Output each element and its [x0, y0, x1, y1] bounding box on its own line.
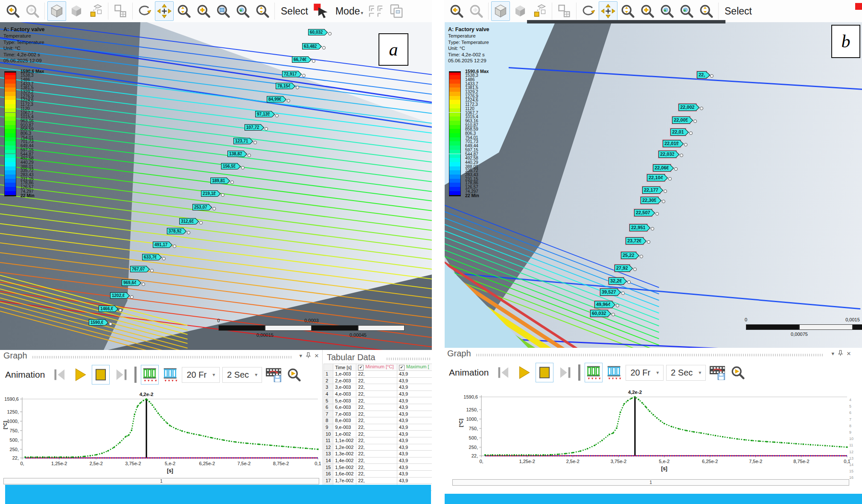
probe-label[interactable]: 27,92	[614, 265, 630, 272]
probe-label[interactable]: 60,032	[590, 310, 608, 317]
collapse-icon[interactable]: ▾	[300, 353, 303, 359]
play-animation-icon[interactable]	[515, 363, 533, 382]
probe-label[interactable]: 72,917	[282, 71, 299, 77]
probe-label[interactable]: 219,18	[201, 190, 218, 197]
isometric-view-icon[interactable]	[491, 1, 510, 21]
temperature-time-chart[interactable]: 22,250,500,750,1000,1250,1590,60,1,25e-2…	[444, 388, 854, 474]
zoom-previous-icon[interactable]	[447, 1, 466, 21]
viewport-layout-icon[interactable]	[111, 1, 130, 21]
table-row[interactable]: 22,e-00322,43,9	[324, 377, 432, 384]
rotate-view-icon[interactable]	[579, 1, 598, 21]
duration-dropdown[interactable]: 2 Sec▾	[666, 365, 706, 381]
table-header[interactable]: ✔Minimum [°C]	[356, 364, 397, 371]
probe-label[interactable]: 22,01	[670, 128, 686, 136]
rotate-view-icon[interactable]	[135, 1, 154, 21]
probe-label[interactable]: 22,	[697, 71, 707, 79]
probe-label[interactable]: 22,066	[653, 164, 671, 172]
export-video-icon[interactable]	[708, 363, 726, 382]
probe-label[interactable]: 22,177	[642, 186, 660, 194]
close-icon[interactable]: ×	[847, 350, 851, 358]
pan-view-icon[interactable]	[155, 1, 174, 21]
copy-view-icon[interactable]	[387, 1, 406, 21]
probe-label[interactable]: 22,002	[679, 104, 696, 111]
zoom-to-time-icon[interactable]	[729, 363, 747, 382]
shaded-view-icon[interactable]	[511, 1, 530, 21]
table-row[interactable]: 77,e-00322,43,9	[324, 411, 432, 417]
table-row[interactable]: 131,3e-00222,43,9	[324, 451, 432, 457]
zoom-extents-icon[interactable]	[175, 1, 193, 21]
mode-label[interactable]: Mode▾	[332, 6, 367, 17]
select-label[interactable]: Select	[721, 6, 755, 17]
jump-to-end-icon[interactable]	[556, 363, 574, 382]
collapse-icon[interactable]: ▾	[832, 350, 835, 357]
probe-label[interactable]: 60,032	[308, 29, 325, 35]
table-row[interactable]: 55,e-00322,43,9	[324, 397, 432, 404]
export-video-icon[interactable]	[265, 365, 282, 385]
table-row[interactable]: 121,2e-00222,43,9	[324, 444, 432, 451]
duration-dropdown[interactable]: 2 Sec▾	[222, 367, 262, 383]
animation-time-slider[interactable]: 1	[3, 478, 319, 484]
temperature-time-chart[interactable]: 22,250,500,750,1000,1250,1590,60,1,25e-2…	[0, 390, 322, 476]
probe-label[interactable]: 378,92	[167, 228, 183, 234]
jump-to-end-icon[interactable]	[112, 365, 130, 385]
select-label[interactable]: Select	[277, 6, 312, 17]
probe-label[interactable]: 253,07	[192, 204, 209, 210]
table-row[interactable]: 141,4e-00222,43,9	[324, 457, 432, 464]
explode-view-icon[interactable]	[530, 1, 549, 21]
probe-label[interactable]: 156,55	[221, 163, 238, 169]
zoom-extents-icon[interactable]	[618, 1, 637, 21]
probe-label[interactable]: 107,72	[245, 124, 261, 131]
probe-label[interactable]: 97,139	[255, 111, 272, 117]
probe-label[interactable]: 22,019	[663, 140, 681, 147]
jump-to-begin-icon[interactable]	[495, 363, 513, 382]
zoom-to-time-icon[interactable]	[285, 365, 303, 385]
probe-label[interactable]: 491,17	[153, 242, 169, 248]
time-decay-sets-icon[interactable]	[605, 363, 623, 382]
probe-label[interactable]: 22,305	[641, 197, 658, 204]
table-row[interactable]: 171,7e-00222,43,9	[324, 477, 432, 484]
probe-label[interactable]: 23,726	[626, 237, 644, 245]
probe-label[interactable]: 22,033	[658, 151, 676, 158]
probe-label[interactable]: 767,07	[130, 266, 147, 272]
close-icon[interactable]: ×	[315, 352, 319, 360]
viewport-3d-a[interactable]: A: Factory valve Temperature Type: Tempe…	[0, 22, 432, 350]
stop-animation-icon[interactable]	[92, 365, 110, 385]
frames-dropdown[interactable]: 20 Fr▾	[626, 365, 664, 381]
result-sets-icon[interactable]	[141, 365, 159, 385]
zoom-fit-icon[interactable]	[697, 1, 716, 21]
table-row[interactable]: 111,1e-00222,43,9	[324, 437, 432, 444]
probe-label[interactable]: 39,527	[600, 288, 618, 296]
table-row[interactable]: 101,e-00222,43,9	[324, 431, 432, 437]
frames-dropdown[interactable]: 20 Fr▾	[182, 367, 220, 383]
probe-label[interactable]: 1466,6	[99, 306, 115, 312]
pan-view-icon[interactable]	[599, 1, 617, 21]
table-row[interactable]: 151,5e-00222,43,9	[324, 464, 432, 471]
animation-time-slider[interactable]: 1	[452, 479, 849, 486]
viewport-3d-b[interactable]: A: Factory valve Temperature Type: Tempe…	[445, 22, 862, 348]
probe-label[interactable]: 1202,6	[110, 292, 127, 299]
time-decay-sets-icon[interactable]	[161, 365, 179, 385]
probe-label[interactable]: 189,81	[210, 178, 227, 184]
probe-label[interactable]: 22,104	[647, 174, 665, 181]
probe-label[interactable]: 22,507	[634, 209, 652, 216]
result-sets-icon[interactable]	[585, 363, 603, 382]
probe-label[interactable]: 969,64	[122, 280, 138, 286]
column-checkbox[interactable]: ✔	[399, 365, 405, 370]
zoom-area-icon[interactable]	[214, 1, 233, 21]
table-row[interactable]: 33,e-00322,43,9	[324, 384, 432, 391]
table-row[interactable]: 99,e-00322,43,9	[324, 424, 432, 431]
probe-label[interactable]: 25,22	[621, 252, 636, 259]
isometric-view-icon[interactable]	[47, 1, 66, 21]
probe-label[interactable]: 22,951	[629, 224, 647, 231]
zoom-in-icon[interactable]	[194, 1, 213, 21]
table-header[interactable]: ✔Maximum [	[397, 364, 432, 371]
probe-label[interactable]: 312,65	[179, 218, 196, 224]
table-row[interactable]: 44,e-00322,43,9	[324, 390, 432, 397]
probe-label[interactable]: 123,71	[233, 138, 250, 144]
table-row[interactable]: 88,e-00322,43,9	[324, 417, 432, 424]
viewport-layout-icon[interactable]	[555, 1, 574, 21]
probe-label[interactable]: 63,482	[302, 43, 319, 50]
zoom-area-icon[interactable]	[677, 1, 696, 21]
play-animation-icon[interactable]	[71, 365, 89, 385]
edge-display-icon[interactable]	[367, 1, 386, 21]
